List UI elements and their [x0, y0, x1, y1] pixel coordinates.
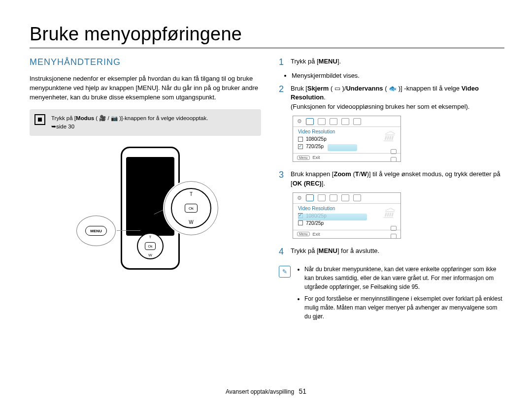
step-4: 4 Trykk på [MENU] for å avslutte.: [279, 247, 504, 257]
tab-icon: [306, 194, 314, 201]
callout-menu: MENU: [76, 216, 116, 246]
tip-text-bold: Modus: [76, 115, 94, 121]
page-title: Bruke menyoppføringene: [30, 24, 504, 45]
tab-icon: [318, 118, 326, 125]
page-footer: Avansert opptak/avspilling 51: [0, 387, 532, 395]
tip-page-ref: ➥side 30: [51, 124, 74, 129]
mode-icon: [34, 114, 45, 125]
gear-icon: ⚙: [297, 195, 302, 201]
row-icons: [391, 226, 397, 239]
highlight-bar: [328, 144, 357, 151]
screen-tabs: ⚙: [293, 116, 400, 127]
step-2-extra: (Funksjonen for videooppløsning brukes h…: [291, 103, 469, 110]
tab-icon: [353, 118, 361, 125]
row-icons: [391, 149, 397, 162]
device-dpad: Ok: [137, 233, 164, 259]
step-number: 2: [279, 84, 286, 112]
tab-icon: [341, 194, 349, 201]
ok-button-large: Ok: [185, 204, 198, 213]
device-ok-button: Ok: [145, 242, 156, 250]
option-label: 720/25p: [306, 144, 324, 149]
page-number: 51: [299, 387, 306, 395]
title-rule: [30, 48, 504, 48]
tab-icon: [330, 118, 337, 125]
tab-icon: [306, 118, 314, 125]
dpad-large: Ok: [171, 188, 211, 228]
gear-icon: ⚙: [297, 118, 302, 125]
screen-mockup-1: ⚙ Video Resolution 1080/25p 720/25p 🏛 Me…: [293, 116, 401, 162]
tab-icon: [330, 194, 337, 201]
screen-tabs: ⚙: [293, 193, 400, 204]
step-number: 4: [279, 247, 286, 257]
tab-icon: [341, 118, 349, 125]
footer-text: Exit: [313, 232, 320, 237]
watermark-icon: 🏛: [383, 207, 395, 221]
menu-button: MENU: [85, 226, 107, 236]
note-icon: ✎: [279, 266, 291, 278]
tip-box: Trykk på [Modus ( 🎥 / 📷 )]-knappen for å…: [30, 109, 261, 136]
intro-paragraph: Instruksjonene nedenfor er eksempler på …: [30, 74, 261, 102]
step-number: 3: [279, 170, 286, 188]
step-2: 2 Bruk [Skjerm ( ▭ )/Undervanns ( 🐟 )] -…: [279, 84, 504, 112]
screen-mockup-2: ⚙ Video Resolution 1080/25p 720/25p 🏛 Me…: [293, 192, 401, 239]
checkmark-icon: [298, 213, 303, 218]
section-heading: MENYHÅNDTERING: [30, 57, 261, 67]
checkbox-icon: [298, 220, 303, 225]
checkmark-icon: [298, 144, 303, 149]
step-1-sub: Menyskjermbildet vises.: [292, 72, 504, 79]
note-item: For god forståelse er menyinnstillingene…: [304, 294, 504, 321]
callout-dpad: Ok: [164, 181, 218, 235]
tip-text-pre: Trykk på [: [51, 115, 76, 121]
note-box: ✎ Når du bruker menypunktene, kan det væ…: [279, 265, 504, 324]
tab-icon: [318, 194, 326, 201]
footer-text: Exit: [313, 155, 320, 160]
tab-icon: [353, 194, 361, 201]
step-3: 3 Bruk knappen [Zoom (T/W)] til å velge …: [279, 170, 504, 188]
device-illustration: Ok MENU Ok: [76, 147, 214, 280]
watermark-icon: 🏛: [383, 130, 395, 144]
footer-section: Avansert opptak/avspilling: [226, 388, 294, 395]
menu-badge: Menu: [297, 156, 310, 160]
note-item: Når du bruker menypunktene, kan det være…: [304, 265, 504, 291]
step-number: 1: [279, 57, 286, 68]
option-label: 720/25p: [306, 220, 324, 226]
menu-badge: Menu: [297, 232, 310, 236]
highlight-bar: [298, 214, 367, 220]
tip-text-post: ( 🎥 / 📷 )]-knappen for å velge videooppt…: [94, 115, 208, 121]
checkbox-icon: [298, 137, 303, 142]
option-label: 1080/25p: [306, 136, 327, 142]
step-1: 1 Trykk på [MENU].: [279, 57, 504, 68]
